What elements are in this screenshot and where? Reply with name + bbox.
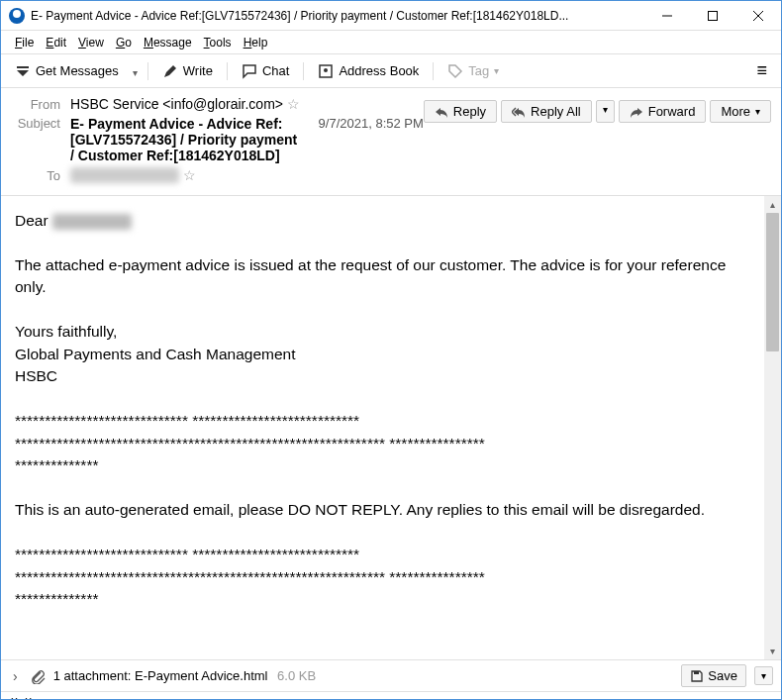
- scroll-thumb[interactable]: [766, 213, 779, 351]
- menu-help[interactable]: Help: [238, 34, 274, 51]
- chat-icon: [242, 63, 257, 79]
- app-menu-button[interactable]: ≡: [748, 56, 775, 85]
- get-messages-dropdown[interactable]: [129, 58, 142, 84]
- write-label: Write: [183, 63, 213, 78]
- forward-icon: [630, 105, 643, 119]
- address-book-button[interactable]: Address Book: [310, 59, 427, 83]
- status-bar: ((●)): [1, 691, 781, 700]
- to-label: To: [11, 168, 60, 183]
- window-controls: [644, 1, 781, 31]
- attachment-bar: › 1 attachment: E-Payment Advice.html 6.…: [1, 659, 781, 691]
- reply-icon: [435, 105, 448, 119]
- attachment-info[interactable]: 1 attachment: E-Payment Advice.html 6.0 …: [53, 668, 674, 683]
- menu-tools[interactable]: Tools: [198, 34, 238, 51]
- menu-go[interactable]: Go: [110, 34, 138, 51]
- subject-value: E- Payment Advice - Advice Ref:[GLV71557…: [70, 116, 319, 163]
- to-value-redacted: [70, 167, 179, 183]
- reply-all-dropdown[interactable]: ▾: [596, 100, 615, 123]
- save-attachment-button[interactable]: Save: [681, 664, 746, 687]
- svg-rect-6: [694, 671, 699, 674]
- recipient-redacted: [52, 214, 132, 230]
- download-icon: [15, 63, 31, 79]
- address-book-icon: [318, 63, 334, 79]
- main-toolbar: Get Messages Write Chat Address Book Tag…: [1, 54, 781, 88]
- pencil-icon: [162, 63, 178, 79]
- address-book-label: Address Book: [339, 63, 419, 78]
- tag-button[interactable]: Tag ▾: [440, 59, 507, 83]
- menu-view[interactable]: View: [72, 34, 110, 51]
- to-star-icon[interactable]: ☆: [183, 167, 196, 183]
- from-star-icon[interactable]: ☆: [287, 96, 300, 112]
- attachment-expand-icon[interactable]: ›: [9, 668, 22, 684]
- reply-button[interactable]: Reply: [424, 100, 497, 123]
- chat-label: Chat: [262, 63, 289, 78]
- maximize-button[interactable]: [690, 1, 735, 31]
- menu-bar: File Edit View Go Message Tools Help: [1, 31, 781, 54]
- save-dropdown[interactable]: ▾: [754, 666, 773, 685]
- save-icon: [690, 669, 704, 683]
- scroll-track[interactable]: [764, 213, 781, 643]
- from-label: From: [11, 97, 60, 112]
- chat-button[interactable]: Chat: [234, 59, 297, 83]
- reply-all-icon: [512, 105, 526, 119]
- svg-rect-1: [709, 11, 718, 20]
- date-value: 9/7/2021, 8:52 PM: [319, 116, 424, 131]
- menu-edit[interactable]: Edit: [40, 34, 72, 51]
- reply-all-button[interactable]: Reply All: [501, 100, 592, 123]
- svg-point-5: [324, 68, 328, 72]
- message-body-container: Dear The attached e-payment advice is is…: [1, 196, 781, 659]
- message-body: Dear The attached e-payment advice is is…: [1, 196, 764, 659]
- more-button[interactable]: More ▾: [710, 100, 771, 123]
- write-button[interactable]: Write: [154, 59, 221, 83]
- app-icon: [9, 8, 25, 24]
- window-titlebar: E- Payment Advice - Advice Ref:[GLV71557…: [1, 1, 781, 31]
- from-value: HSBC Service <info@glorair.com>: [70, 96, 283, 112]
- subject-label: Subject: [11, 116, 60, 131]
- tag-icon: [447, 63, 463, 79]
- message-header: Reply Reply All ▾ Forward More ▾ From HS…: [1, 88, 781, 196]
- vertical-scrollbar[interactable]: ▴ ▾: [764, 196, 781, 659]
- scroll-down-icon[interactable]: ▾: [764, 643, 781, 659]
- close-button[interactable]: [735, 1, 781, 31]
- paperclip-icon: [30, 668, 46, 684]
- menu-file[interactable]: File: [9, 34, 40, 51]
- menu-message[interactable]: Message: [138, 34, 198, 51]
- minimize-button[interactable]: [644, 1, 690, 31]
- remote-content-icon[interactable]: ((●)): [9, 695, 34, 700]
- forward-button[interactable]: Forward: [619, 100, 707, 123]
- window-title: E- Payment Advice - Advice Ref:[GLV71557…: [31, 9, 644, 23]
- scroll-up-icon[interactable]: ▴: [764, 196, 781, 213]
- get-messages-label: Get Messages: [36, 63, 119, 78]
- get-messages-button[interactable]: Get Messages: [7, 59, 127, 83]
- tag-label: Tag: [468, 63, 489, 78]
